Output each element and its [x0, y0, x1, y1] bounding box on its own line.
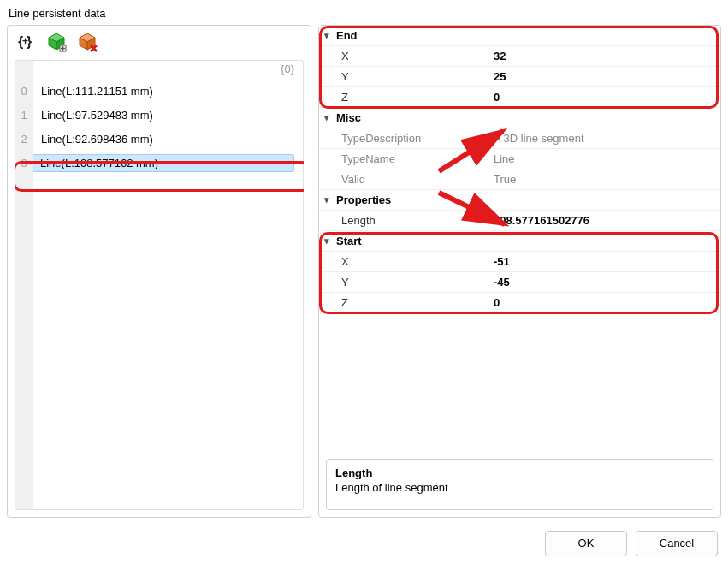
left-panel: { + } [7, 25, 311, 518]
row-label: Line(L:111.21151 mm) [33, 85, 303, 98]
section-label: Misc [336, 111, 361, 124]
prop-row-typename[interactable]: TypeName Line [319, 149, 720, 170]
prop-name: Length [319, 214, 490, 227]
section-label: Properties [336, 193, 391, 206]
row-label: Line(L:97.529483 mm) [33, 109, 303, 122]
prop-value: 0 [490, 296, 720, 309]
property-grid-inner: ▾ End X 32 Y 25 Z 0 ▾ Misc [319, 26, 720, 452]
row-label: Line(L:108.577162 mm) [33, 154, 294, 172]
prop-row-start-y[interactable]: Y -45 [319, 272, 720, 293]
window-title: Line persistent data [0, 0, 728, 25]
prop-value: 108.577161502776 [490, 214, 720, 227]
prop-name: Valid [319, 173, 490, 186]
toolbar: { + } [8, 26, 311, 56]
cancel-button[interactable]: Cancel [636, 531, 718, 556]
list-item[interactable]: 2 Line(L:92.698436 mm) [15, 127, 303, 151]
chevron-down-icon: ▾ [324, 30, 336, 41]
prop-name: X [319, 50, 490, 62]
prop-row-typedesc[interactable]: TypeDescription A 3D line segment [319, 128, 720, 149]
prop-row-start-x[interactable]: X -51 [319, 252, 720, 272]
prop-name: TypeName [319, 152, 490, 165]
prop-name: Z [319, 296, 490, 309]
row-index: 1 [15, 109, 33, 122]
row-label: Line(L:92.698436 mm) [33, 133, 303, 146]
prop-value: -51 [490, 255, 720, 268]
row-index: 3 [15, 157, 33, 170]
prop-row-start-z[interactable]: Z 0 [319, 293, 720, 313]
prop-value: -45 [490, 276, 720, 288]
chevron-down-icon: ▾ [324, 235, 336, 247]
prop-value: 0 [490, 91, 720, 104]
prop-row-valid[interactable]: Valid True [319, 170, 720, 190]
ok-button[interactable]: OK [545, 531, 627, 556]
prop-name: X [319, 255, 490, 268]
section-misc[interactable]: ▾ Misc [319, 108, 720, 128]
prop-name: Y [319, 276, 490, 288]
prop-name: Y [319, 70, 490, 83]
list-item-selected[interactable]: 3 Line(L:108.577162 mm) [15, 151, 303, 175]
list-inner: {0} 0 Line(L:111.21151 mm) 1 Line(L:97.5… [15, 60, 304, 510]
right-panel: ▾ End X 32 Y 25 Z 0 ▾ Misc [318, 25, 721, 518]
main-content: { + } [0, 25, 728, 518]
dialog-buttons: OK Cancel [545, 531, 718, 556]
prop-row-length[interactable]: Length 108.577161502776 [319, 211, 720, 231]
prop-value: 32 [490, 50, 720, 62]
prop-row-end-x[interactable]: X 32 [319, 46, 720, 67]
group-label: {0} [15, 61, 303, 79]
prop-value: True [490, 173, 720, 186]
help-box: Length Length of line segment [326, 459, 713, 510]
row-index: 0 [15, 85, 33, 98]
help-title: Length [335, 467, 704, 479]
line-list: {0} 0 Line(L:111.21151 mm) 1 Line(L:97.5… [15, 60, 304, 510]
add-cube-icon[interactable] [45, 31, 68, 53]
list-item[interactable]: 0 Line(L:111.21151 mm) [15, 79, 303, 103]
row-index: 2 [15, 133, 33, 146]
section-properties[interactable]: ▾ Properties [319, 190, 720, 211]
prop-value: Line [490, 152, 720, 165]
section-label: Start [336, 235, 362, 247]
prop-name: TypeDescription [319, 132, 490, 145]
prop-row-end-z[interactable]: Z 0 [319, 87, 720, 108]
prop-value: A 3D line segment [490, 132, 720, 145]
prop-row-end-y[interactable]: Y 25 [319, 67, 720, 87]
section-end[interactable]: ▾ End [319, 26, 720, 46]
prop-name: Z [319, 91, 490, 104]
list-item[interactable]: 1 Line(L:97.529483 mm) [15, 103, 303, 127]
add-item-icon[interactable]: { + } [15, 31, 37, 53]
chevron-down-icon: ▾ [324, 112, 336, 123]
chevron-down-icon: ▾ [324, 194, 336, 205]
delete-cube-icon[interactable] [76, 31, 98, 53]
help-description: Length of line segment [335, 481, 704, 494]
svg-text:}: } [27, 34, 32, 49]
section-label: End [336, 29, 358, 42]
property-grid: ▾ End X 32 Y 25 Z 0 ▾ Misc [319, 26, 720, 517]
prop-value: 25 [490, 70, 720, 83]
section-start[interactable]: ▾ Start [319, 231, 720, 252]
